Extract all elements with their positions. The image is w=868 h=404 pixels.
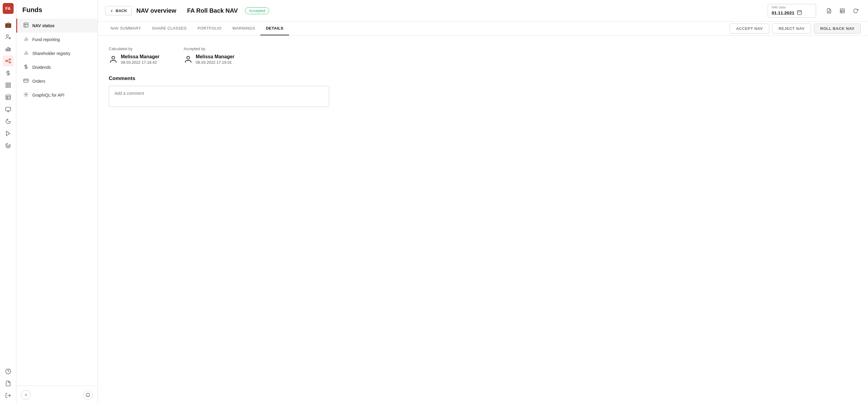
- reject-nav-button[interactable]: REJECT NAV: [772, 24, 811, 33]
- sidebar-icon-moon[interactable]: [3, 116, 13, 127]
- svg-point-23: [5, 369, 10, 374]
- app-logo[interactable]: FA: [3, 3, 13, 14]
- svg-rect-11: [6, 83, 7, 85]
- calculated-by-info: Melissa Manager 08.03.2022 17.18.42: [121, 54, 159, 65]
- sidebar-icon-play[interactable]: [3, 128, 13, 139]
- nav-footer: [16, 385, 98, 404]
- svg-rect-36: [24, 79, 28, 83]
- svg-rect-7: [9, 62, 10, 63]
- svg-rect-19: [5, 107, 10, 111]
- calculated-by-name: Melissa Manager: [121, 54, 159, 60]
- sidebar-item-label: Orders: [32, 79, 45, 84]
- sidebar-icon-monitor[interactable]: [3, 104, 13, 115]
- roll-back-nav-button[interactable]: ROLL BACK NAV: [814, 24, 861, 33]
- tab-details[interactable]: DETAILS: [260, 22, 289, 35]
- svg-rect-48: [840, 9, 844, 13]
- calendar-icon[interactable]: [797, 10, 802, 16]
- tab-actions: ACCEPT NAV REJECT NAV ROLL BACK NAV: [730, 24, 861, 33]
- svg-rect-13: [6, 86, 7, 88]
- sidebar-icon-briefcase[interactable]: 💼: [3, 19, 13, 30]
- accepted-by-name: Melissa Manager: [196, 54, 235, 60]
- sidebar-icon-user-money[interactable]: [3, 31, 13, 42]
- fund-reporting-icon: [23, 36, 29, 43]
- accepted-by-time: 08.03.2022 17.19.01: [196, 60, 235, 65]
- tab-portfolio[interactable]: PORTFOLIO: [192, 22, 227, 35]
- accepted-by-column: Accepted by Melissa Manager 08.03.2022 1…: [184, 46, 235, 65]
- sidebar-icon-layers[interactable]: [3, 140, 13, 151]
- calculated-by-row: Melissa Manager 08.03.2022 17.18.42: [109, 54, 159, 65]
- sidebar-item-label: Dividends: [32, 65, 51, 70]
- left-nav: Funds NAV status Fund reporting Sharehol…: [16, 0, 98, 404]
- svg-line-8: [7, 60, 9, 61]
- svg-rect-5: [5, 60, 7, 62]
- svg-point-52: [112, 56, 115, 59]
- icon-sidebar: FA 💼: [0, 0, 16, 404]
- svg-rect-42: [797, 10, 802, 15]
- page-title: NAV overview: [136, 7, 176, 14]
- sidebar-item-nav-status[interactable]: NAV status: [16, 19, 98, 33]
- svg-marker-22: [6, 131, 10, 136]
- comments-label: Comments: [109, 75, 857, 82]
- sidebar-icon-grid[interactable]: [3, 80, 13, 91]
- svg-rect-3: [7, 48, 8, 51]
- pdf-icon[interactable]: [824, 6, 834, 16]
- nav-title: Funds: [16, 0, 98, 19]
- sidebar-icon-chart[interactable]: [3, 43, 13, 54]
- svg-line-9: [7, 61, 9, 62]
- collapse-nav-button[interactable]: [21, 390, 31, 400]
- accepted-by-label: Accepted by: [184, 46, 235, 51]
- svg-rect-6: [9, 59, 10, 60]
- svg-point-38: [25, 94, 27, 95]
- calculated-by-avatar: [109, 55, 118, 64]
- svg-rect-14: [8, 86, 10, 88]
- sidebar-item-label: Fund reporting: [32, 37, 60, 42]
- orders-icon: [23, 78, 29, 85]
- calculated-by-time: 08.03.2022 17.18.42: [121, 60, 159, 65]
- svg-rect-15: [6, 95, 10, 100]
- sidebar-item-shareholder[interactable]: Shareholder registry: [16, 46, 98, 60]
- sidebar-item-label: NAV status: [32, 23, 55, 28]
- comments-section: Comments: [109, 75, 857, 108]
- calculated-by-label: Calculated by: [109, 46, 159, 51]
- svg-rect-26: [24, 23, 28, 27]
- sidebar-item-label: Shareholder registry: [32, 51, 70, 56]
- nav-date-block: NAV date 01.11.2021: [768, 4, 816, 18]
- dividends-icon: [23, 64, 29, 71]
- sidebar-item-orders[interactable]: Orders: [16, 74, 98, 88]
- sidebar-icon-dollar[interactable]: [3, 68, 13, 79]
- nav-status-icon: [23, 22, 29, 29]
- accepted-by-info: Melissa Manager 08.03.2022 17.19.01: [196, 54, 235, 65]
- svg-rect-2: [6, 49, 7, 51]
- svg-point-53: [187, 56, 189, 59]
- top-bar: BACK NAV overview FA Roll Back NAV Accep…: [98, 0, 868, 22]
- accepted-by-avatar: [184, 55, 193, 64]
- sidebar-icon-exit[interactable]: [3, 390, 13, 401]
- sidebar-item-graphiql[interactable]: GraphiQL for API: [16, 88, 98, 102]
- info-button[interactable]: [83, 390, 93, 400]
- tab-warnings[interactable]: WARNINGS: [227, 22, 260, 35]
- accept-nav-button[interactable]: ACCEPT NAV: [730, 24, 769, 33]
- back-button[interactable]: BACK: [105, 6, 132, 15]
- sidebar-icon-log[interactable]: [3, 378, 13, 389]
- sidebar-item-fund-reporting[interactable]: Fund reporting: [16, 33, 98, 46]
- back-button-label: BACK: [116, 8, 127, 13]
- details-content: Calculated by Melissa Manager 08.03.2022…: [98, 36, 868, 404]
- nav-date-label: NAV date: [772, 5, 812, 9]
- sidebar-icon-table[interactable]: [3, 92, 13, 103]
- nav-date-value: 01.11.2021: [772, 10, 794, 15]
- details-grid: Calculated by Melissa Manager 08.03.2022…: [109, 46, 857, 65]
- sidebar-icon-network[interactable]: [3, 56, 13, 66]
- svg-rect-12: [8, 83, 10, 85]
- refresh-icon[interactable]: [850, 6, 861, 16]
- table-icon[interactable]: [837, 6, 847, 16]
- shareholder-icon: [23, 50, 29, 57]
- graphiql-icon: [23, 92, 29, 98]
- sidebar-icon-question[interactable]: [3, 366, 13, 377]
- tab-nav-summary[interactable]: NAV SUMMARY: [105, 22, 147, 35]
- tab-share-classes[interactable]: SHARE CLASSES: [147, 22, 192, 35]
- accepted-by-row: Melissa Manager 08.03.2022 17.19.01: [184, 54, 235, 65]
- sidebar-item-dividends[interactable]: Dividends: [16, 60, 98, 74]
- comments-input[interactable]: [109, 86, 329, 107]
- main-content: BACK NAV overview FA Roll Back NAV Accep…: [98, 0, 868, 404]
- status-badge: Accepted: [245, 7, 269, 14]
